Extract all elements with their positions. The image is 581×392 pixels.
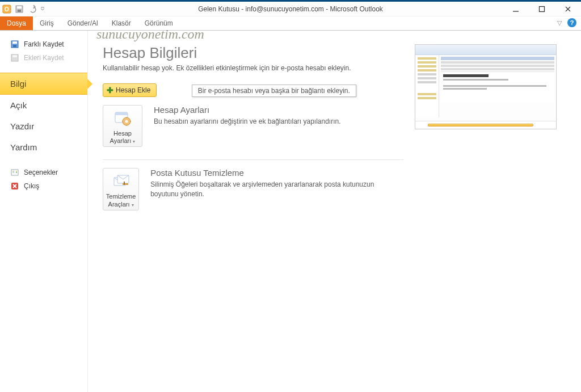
tab-folder[interactable]: Klasör [105,16,138,30]
svg-rect-24 [115,112,128,115]
plus-icon: ✚ [107,86,113,95]
chevron-down-icon: ▾ [133,139,135,144]
svg-rect-7 [540,7,545,12]
sidebar-help[interactable]: Yardım [0,137,87,158]
titlebar: O Gelen Kutusu - info@sunucuyonetim.com … [0,2,581,16]
sidebar-open[interactable]: Açık [0,95,87,116]
add-account-label: Hesap Ekle [116,86,150,94]
svg-rect-33 [123,183,128,185]
window-title: Gelen Kutusu - info@sunucuyonetim.com - … [0,2,581,16]
svg-rect-3 [17,6,22,9]
qat-dropdown-icon[interactable] [40,5,45,14]
ribbon-expand-icon[interactable]: ▽ [557,19,562,27]
add-account-tooltip: Bir e-posta hesabı veya başka bir bağlan… [192,85,356,97]
tab-file[interactable]: Dosya [0,16,33,30]
tab-view[interactable]: Görünüm [138,16,180,30]
sidebar-label: Seçenekler [24,168,58,176]
undo-icon[interactable] [27,5,36,14]
sidebar-info[interactable]: Bilgi [0,73,87,95]
svg-text:O: O [5,6,9,12]
svg-rect-4 [18,10,21,12]
outlook-icon: O [2,5,11,14]
close-button[interactable] [555,2,581,16]
help-icon[interactable]: ? [567,18,576,27]
options-icon [10,168,19,177]
save-as-icon [10,40,19,49]
svg-rect-14 [12,55,17,57]
sidebar-options[interactable]: Seçenekler [0,166,87,179]
ribbon-tabs: Dosya Giriş Gönder/Al Klasör Görünüm ▽ ? [0,16,581,31]
account-settings-section: Hesap Ayarları ▾ Hesap Ayarları Bu hesab… [103,105,403,160]
save-icon[interactable] [15,5,24,14]
section-desc: Bu hesabın ayarlarını değiştirin ve ek b… [154,117,341,127]
attachment-icon [10,53,19,62]
cleanup-icon [105,172,137,191]
section-title: Posta Kutusu Temizleme [150,168,403,178]
svg-rect-15 [11,170,18,175]
section-title: Hesap Ayarları [154,105,341,115]
sidebar-exit[interactable]: Çıkış [0,179,87,193]
sidebar-label: Çıkış [24,182,39,190]
account-settings-icon [105,109,140,128]
svg-rect-12 [13,45,16,47]
sidebar-label: Ekleri Kaydet [24,54,64,62]
print-preview-thumbnail [415,44,557,129]
svg-rect-34 [124,182,125,185]
add-account-button[interactable]: ✚ Hesap Ekle [103,83,157,97]
exit-icon [10,182,19,191]
button-label: Hesap Ayarları [110,130,132,144]
maximize-button[interactable] [529,2,555,16]
sidebar-save-attachments: Ekleri Kaydet [0,51,87,65]
sidebar-print[interactable]: Yazdır [0,116,87,137]
svg-point-26 [125,120,128,123]
account-settings-button[interactable]: Hesap Ayarları ▾ [103,105,142,147]
tab-home[interactable]: Giriş [33,16,61,30]
cleanup-tools-button[interactable]: Temizleme Araçları ▾ [103,168,139,210]
sidebar-save-as[interactable]: Farklı Kaydet [0,37,87,51]
chevron-down-icon: ▾ [132,203,134,208]
page-title: Hesap Bilgileri [103,44,403,62]
svg-rect-11 [12,41,17,44]
svg-point-19 [16,171,17,172]
minimize-button[interactable] [503,2,529,16]
tab-sendreceive[interactable]: Gönder/Al [61,16,105,30]
sidebar-label: Farklı Kaydet [24,40,64,48]
backstage-content: Hesap Bilgileri Kullanılabilir hesap yok… [88,31,581,392]
svg-point-18 [16,172,17,173]
section-desc: Silinmiş Öğeleri boşaltarak ve arşivleme… [150,180,403,199]
page-subtitle: Kullanılabilir hesap yok. Ek özellikleri… [103,64,403,72]
backstage-sidebar: Farklı Kaydet Ekleri Kaydet Bilgi Açık Y… [0,31,88,392]
mailbox-cleanup-section: Temizleme Araçları ▾ Posta Kutusu Temizl… [103,168,403,222]
